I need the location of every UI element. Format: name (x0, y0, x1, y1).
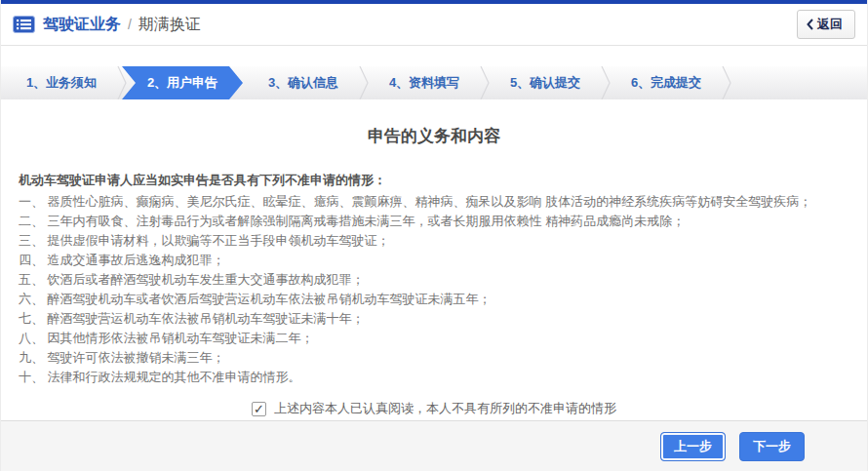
list-icon (13, 16, 35, 33)
breadcrumb-separator: / (128, 17, 132, 32)
step-tab-1-business-notice[interactable]: 1、业务须知 (1, 66, 122, 99)
declaration-confirm-row: ✓ 上述内容本人已认真阅读，本人不具有所列的不准申请的情形 (19, 400, 849, 417)
declaration-item: 二、 三年内有吸食、注射毒品行为或者解除强制隔离戒毒措施未满三年，或者长期服用依… (19, 212, 849, 231)
declaration-checkbox-label: 上述内容本人已认真阅读，本人不具有所列的不准申请的情形 (274, 400, 616, 417)
step-tab-3-confirm-info[interactable]: 3、确认信息 (243, 66, 364, 99)
step-tab-6-complete-submit[interactable]: 6、完成提交 (606, 66, 727, 99)
header-step-gap (1, 46, 867, 66)
declaration-item: 四、 造成交通事故后逃逸构成犯罪； (19, 251, 849, 270)
back-button[interactable]: 返回 (797, 10, 855, 39)
step-tab-5-confirm-submit[interactable]: 5、确认提交 (485, 66, 606, 99)
step-tab-4-fill-materials[interactable]: 4、资料填写 (364, 66, 485, 99)
declaration-item: 九、 驾驶许可依法被撤销未满三年； (19, 348, 849, 368)
declaration-item: 十、 法律和行政法规规定的其他不准申请的情形。 (19, 368, 849, 387)
footer-action-bar: 上一步 下一步 (1, 420, 867, 471)
declaration-intro: 机动车驾驶证申请人应当如实申告是否具有下列不准申请的情形： (19, 171, 849, 190)
header: 驾驶证业务 / 期满换证 返回 (1, 4, 867, 46)
declaration-item: 八、 因其他情形依法被吊销机动车驾驶证未满二年； (19, 329, 849, 348)
declaration-item: 七、 醉酒驾驶营运机动车依法被吊销机动车驾驶证未满十年； (19, 309, 849, 329)
previous-step-button[interactable]: 上一步 (660, 432, 726, 461)
next-step-button[interactable]: 下一步 (739, 432, 805, 461)
page-title: 申告的义务和内容 (19, 125, 849, 147)
declaration-item: 五、 饮酒后或者醉酒驾驶机动车发生重大交通事故构成犯罪； (19, 270, 849, 290)
declaration-item: 三、 提供虚假申请材料，以欺骗等不正当手段申领机动车驾驶证； (19, 231, 849, 251)
step-tab-2-user-declaration[interactable]: 2、用户申告 (122, 66, 243, 99)
back-button-label: 返回 (817, 16, 843, 33)
declaration-item: 一、 器质性心脏病、癫痫病、美尼尔氏症、眩晕症、癔病、震颤麻痹、精神病、痴呆以及… (19, 192, 849, 212)
breadcrumb-root-link[interactable]: 驾驶证业务 (43, 15, 121, 35)
declaration-item: 六、 醉酒驾驶机动车或者饮酒后驾驶营运机动车依法被吊销机动车驾驶证未满五年； (19, 290, 849, 309)
breadcrumb-current: 期满换证 (138, 15, 201, 35)
declaration-content: 申告的义务和内容 机动车驾驶证申请人应当如实申告是否具有下列不准申请的情形： 一… (1, 99, 867, 417)
declaration-checkbox[interactable]: ✓ (252, 402, 266, 416)
step-wizard: 1、业务须知 2、用户申告 3、确认信息 4、资料填写 5、确认提交 6、完成提… (1, 66, 867, 99)
chevron-left-icon (807, 19, 813, 30)
